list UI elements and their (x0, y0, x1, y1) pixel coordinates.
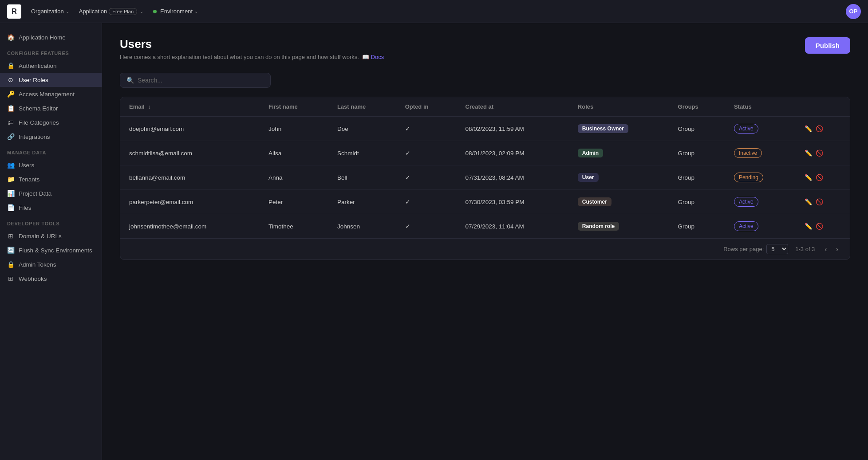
table-row: doejohn@email.com John Doe ✓ 08/02/2023,… (120, 117, 850, 141)
table-row: johnsentimothee@email.com Timothee Johns… (120, 214, 850, 239)
cell-role: Admin (569, 141, 669, 165)
env-status-dot (153, 10, 157, 13)
sidebar-item-webhooks[interactable]: ⊞ Webhooks (0, 271, 102, 286)
sidebar-item-admin-tokens[interactable]: 🔒 Admin Tokens (0, 257, 102, 271)
env-selector[interactable]: Environment ⌄ (150, 6, 201, 16)
lock-icon: 🔒 (7, 62, 14, 69)
sort-icon: ↓ (148, 104, 150, 110)
check-icon: ✓ (405, 149, 410, 157)
edit-icon[interactable]: ✏️ (805, 149, 812, 157)
edit-icon[interactable]: ✏️ (805, 125, 812, 132)
col-status: Status (725, 97, 794, 117)
cell-opted-in: ✓ (396, 214, 457, 239)
users-table: Email ↓ First name Last name Opted in Cr… (120, 97, 850, 238)
cell-email: schmidtlisa@email.com (120, 141, 260, 165)
search-input[interactable] (138, 77, 264, 84)
sidebar-schema-editor-label: Schema Editor (19, 105, 58, 112)
sidebar-item-access-management[interactable]: 🔑 Access Management (0, 87, 102, 101)
sidebar-item-user-roles[interactable]: ⊙ User Roles (0, 73, 102, 87)
app-selector[interactable]: Application Free Plan ⌄ (75, 6, 147, 17)
check-icon: ✓ (405, 223, 410, 230)
cell-created-at: 07/29/2023, 11:04 AM (457, 214, 569, 239)
sidebar-item-tenants[interactable]: 📁 Tenants (0, 172, 102, 186)
sidebar-item-integrations[interactable]: 🔗 Integrations (0, 130, 102, 144)
sidebar-item-project-data[interactable]: 📊 Project Data (0, 186, 102, 201)
role-badge: Random role (578, 222, 619, 231)
sync-icon: 🔄 (7, 247, 14, 254)
sidebar-app-home-label: Application Home (19, 34, 66, 41)
sidebar-item-authentication[interactable]: 🔒 Authentication (0, 59, 102, 73)
search-bar: 🔍 (120, 73, 271, 88)
prev-page-button[interactable]: ‹ (822, 244, 829, 254)
chart-icon: 📊 (7, 190, 14, 197)
users-table-container: Email ↓ First name Last name Opted in Cr… (120, 97, 850, 260)
col-actions (794, 97, 850, 117)
page-title: Users (120, 37, 384, 51)
sidebar-tenants-label: Tenants (19, 176, 39, 183)
sidebar-users-label: Users (19, 162, 34, 169)
env-label: Environment (160, 8, 193, 15)
table-footer: Rows per page: 5 10 25 1-3 of 3 ‹ › (120, 238, 850, 259)
edit-icon[interactable]: ✏️ (805, 223, 812, 230)
avatar[interactable]: OP (846, 4, 861, 19)
check-icon: ✓ (405, 198, 410, 205)
sidebar-files-label: Files (19, 204, 32, 211)
folder-icon: 📁 (7, 176, 14, 183)
cell-group: Group (669, 117, 725, 141)
sidebar-authentication-label: Authentication (19, 63, 57, 69)
rows-per-page-select[interactable]: 5 10 25 (766, 244, 788, 254)
sidebar-admin-tokens-label: Admin Tokens (19, 261, 56, 268)
cell-last-name: Bell (328, 165, 396, 190)
publish-button[interactable]: Publish (805, 37, 850, 54)
edit-icon[interactable]: ✏️ (805, 174, 812, 181)
sidebar-item-file-categories[interactable]: 🏷 File Categories (0, 115, 102, 130)
cell-last-name: Schmidt (328, 141, 396, 165)
rows-per-page-label: Rows per page: (723, 246, 764, 252)
cell-email: johnsentimothee@email.com (120, 214, 260, 239)
cell-created-at: 08/01/2023, 02:09 PM (457, 141, 569, 165)
cell-last-name: Johnsen (328, 214, 396, 239)
cell-opted-in: ✓ (396, 165, 457, 190)
sidebar-integrations-label: Integrations (19, 134, 50, 140)
edit-icon[interactable]: ✏️ (805, 198, 812, 205)
org-label: Organization (31, 8, 64, 15)
block-icon[interactable]: 🚫 (816, 174, 823, 181)
cell-opted-in: ✓ (396, 190, 457, 214)
sidebar-item-files[interactable]: 📄 Files (0, 201, 102, 215)
col-first-name: First name (260, 97, 328, 117)
block-icon[interactable]: 🚫 (816, 149, 823, 157)
org-selector[interactable]: Organization ⌄ (28, 6, 73, 16)
rows-per-page: Rows per page: 5 10 25 (723, 244, 788, 254)
col-groups: Groups (669, 97, 725, 117)
tag-icon: 🏷 (7, 119, 14, 126)
sidebar: 🏠 Application Home Configure Features 🔒 … (0, 23, 102, 460)
sidebar-item-flush-sync[interactable]: 🔄 Flush & Sync Environments (0, 243, 102, 257)
sidebar-access-management-label: Access Management (19, 91, 75, 98)
cell-status: Inactive (725, 141, 794, 165)
block-icon[interactable]: 🚫 (816, 223, 823, 230)
docs-link[interactable]: Docs (371, 54, 384, 60)
block-icon[interactable]: 🚫 (816, 198, 823, 205)
cell-role: Business Owner (569, 117, 669, 141)
sidebar-item-domain-urls[interactable]: ⊞ Domain & URLs (0, 229, 102, 243)
page-subtitle: Here comes a short explanation text abou… (120, 54, 384, 60)
free-plan-badge: Free Plan (109, 8, 137, 15)
block-icon[interactable]: 🚫 (816, 125, 823, 132)
role-badge: User (578, 173, 599, 182)
app-chevron-icon: ⌄ (140, 9, 143, 14)
page-header-text: Users Here comes a short explanation tex… (120, 37, 384, 60)
col-created-at: Created at (457, 97, 569, 117)
sidebar-item-app-home[interactable]: 🏠 Application Home (0, 30, 102, 44)
cell-role: User (569, 165, 669, 190)
next-page-button[interactable]: › (833, 244, 841, 254)
sidebar-item-users[interactable]: 👥 Users (0, 158, 102, 172)
env-chevron-icon: ⌄ (194, 9, 198, 14)
sidebar-webhooks-label: Webhooks (19, 275, 47, 282)
home-icon: 🏠 (7, 34, 14, 41)
col-email[interactable]: Email ↓ (120, 97, 260, 117)
clipboard-icon: 📋 (7, 105, 14, 112)
sidebar-item-schema-editor[interactable]: 📋 Schema Editor (0, 101, 102, 115)
cell-last-name: Doe (328, 117, 396, 141)
role-badge: Business Owner (578, 124, 628, 133)
cell-status: Pending (725, 165, 794, 190)
